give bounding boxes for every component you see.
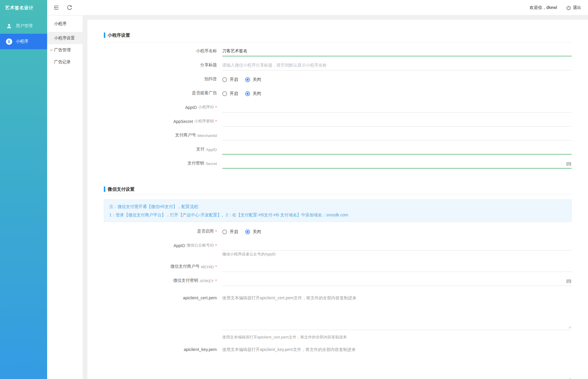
- field-label: 微信支付商户号: [170, 264, 200, 269]
- wx-appid-helper: 微信小程序或者公众号的AppID: [104, 251, 572, 258]
- apiclient-cert-textarea[interactable]: [222, 291, 572, 330]
- sidebar-item-miniprogram[interactable]: S 小程序: [0, 34, 47, 49]
- sidebar-item-user-management[interactable]: 用户管理: [0, 18, 47, 34]
- primary-sidebar: 艺术签名设计 用户管理 S 小程序: [0, 0, 47, 379]
- radio-circle-icon: [245, 91, 250, 96]
- wx-appid-input[interactable]: [222, 243, 572, 251]
- logout-button[interactable]: 退出: [566, 5, 581, 10]
- secondary-sidebar: 小程序 小程序设置 广告管理 广告记录: [47, 16, 83, 379]
- appsecret-input[interactable]: [222, 119, 572, 127]
- radio-enabled-on[interactable]: 开启: [222, 229, 238, 235]
- form-row-apiclient-cert: apiclient_cert.pem: [104, 291, 572, 331]
- form-row-mchid: 微信支付商户号 MCHID *: [104, 258, 572, 272]
- refresh-icon[interactable]: [66, 4, 73, 11]
- field-label: 支付密钥: [187, 161, 204, 166]
- radio-circle-icon: [222, 229, 227, 234]
- field-label: 支付商户号: [175, 133, 196, 138]
- radio-circle-icon: [245, 229, 250, 234]
- field-label: 小程序名称: [196, 48, 217, 54]
- form-row-appsecret: AppSecret 小程序密钥 *: [104, 113, 572, 127]
- radio-circle-icon: [222, 91, 227, 96]
- user-icon: [6, 23, 12, 29]
- field-sublabel: 小程序ID: [198, 104, 214, 110]
- field-sublabel: MCHID: [201, 265, 214, 269]
- submenu-item-ad-management[interactable]: 广告管理: [47, 44, 83, 56]
- form-row-apikey: 微信支付密钥 APIKEY *: [104, 272, 572, 286]
- field-label: 是否观看广告: [192, 90, 217, 96]
- settings-card: 小程序设置 小程序名称 分享标题: [87, 20, 588, 379]
- radio-douyin-off[interactable]: 关闭: [245, 77, 261, 82]
- form-row-douyin: 拍抖音 开启 关闭: [104, 70, 572, 84]
- field-label: apiclient_key.pem: [184, 347, 217, 379]
- form-row-share-title: 分享标题: [104, 56, 572, 70]
- form-row-pay-appid: 支付 AppID: [104, 141, 572, 155]
- field-sublabel: MerchantId: [197, 133, 217, 138]
- apiclient-key-textarea[interactable]: [222, 340, 572, 379]
- form-row-watch-ad: 是否观看广告 开启 关闭: [104, 84, 572, 98]
- section-header-wechat-pay-settings: 微信支付设置: [104, 187, 572, 192]
- pay-appid-input[interactable]: [222, 147, 572, 155]
- section-accent-bar: [104, 33, 105, 38]
- radio-watch-ad-on[interactable]: 开启: [222, 91, 238, 96]
- note-line-2: 1：登录【微信支付商户平台】，打开【产品中心-开发配置】。2：在【支付配置-H5…: [109, 212, 566, 217]
- form-row-enabled: 是否启用 * 开启 关闭: [104, 223, 572, 237]
- logout-label: 退出: [573, 5, 581, 10]
- radio-circle-icon: [222, 77, 227, 82]
- submenu-header-miniprogram[interactable]: 小程序: [47, 16, 83, 32]
- field-sublabel: AppID: [206, 147, 217, 152]
- welcome-text: 欢迎你，dkewl: [530, 5, 557, 10]
- merchant-id-input[interactable]: [222, 133, 572, 141]
- power-icon: [566, 5, 571, 10]
- field-sublabel: Secret: [206, 161, 217, 166]
- field-label: 微信支付密钥: [173, 278, 198, 283]
- field-label: 拍抖音: [204, 76, 217, 82]
- apiclient-cert-helper: 使用文本编辑器打开apiclient_cert.pem文件，将文件的全部内容复制…: [104, 331, 572, 340]
- section-divider: [104, 194, 572, 194]
- resize-grip-icon[interactable]: [567, 376, 571, 379]
- form-row-miniprogram-name: 小程序名称: [104, 42, 572, 56]
- field-label: AppID: [174, 243, 185, 248]
- radio-douyin-on[interactable]: 开启: [222, 77, 238, 82]
- field-sublabel: 小程序密钥: [195, 118, 214, 124]
- field-label: apiclient_cert.pem: [183, 295, 217, 331]
- resize-grip-icon[interactable]: [567, 325, 571, 329]
- miniprogram-name-input[interactable]: [222, 49, 572, 56]
- app-title: 艺术签名设计: [0, 0, 47, 16]
- share-title-input[interactable]: [222, 63, 572, 70]
- submenu-item-ad-records[interactable]: 广告记录: [47, 56, 83, 68]
- radio-enabled-off[interactable]: 关闭: [245, 229, 261, 235]
- keyboard-icon[interactable]: [566, 279, 571, 283]
- form-row-pay-secret: 支付密钥 Secret: [104, 155, 572, 169]
- keyboard-icon[interactable]: [566, 162, 571, 166]
- wechat-pay-note: 注：微信支付需开通【微信H5支付】，配置流程: 1：登录【微信支付商户平台】，打…: [104, 199, 572, 222]
- note-line-1: 注：微信支付需开通【微信H5支付】，配置流程:: [109, 204, 566, 209]
- field-label: 支付: [196, 147, 205, 152]
- form-row-merchant-id: 支付商户号 MerchantId: [104, 127, 572, 141]
- mchid-input[interactable]: [222, 264, 572, 272]
- apikey-input[interactable]: [222, 278, 572, 286]
- field-label: 分享标题: [200, 62, 217, 68]
- chevron-down-icon: [50, 49, 53, 51]
- sidebar-item-label: 小程序: [16, 39, 28, 44]
- top-bar: 欢迎你，dkewl 退出: [47, 0, 588, 16]
- main-content: 小程序设置 小程序名称 分享标题: [83, 16, 588, 379]
- collapse-menu-icon[interactable]: [53, 4, 59, 11]
- section-title: 小程序设置: [108, 33, 130, 38]
- field-sublabel: APIKEY: [200, 279, 214, 283]
- submenu-item-miniprogram-settings[interactable]: 小程序设置: [47, 32, 83, 44]
- sidebar-item-label: 用户管理: [16, 23, 33, 29]
- appid-input[interactable]: [222, 105, 572, 113]
- field-label: 是否启用: [197, 229, 214, 234]
- section-accent-bar: [104, 187, 105, 192]
- radio-watch-ad-off[interactable]: 关闭: [245, 91, 261, 96]
- form-row-apiclient-key: apiclient_key.pem: [104, 340, 572, 379]
- field-label: AppID: [185, 105, 197, 110]
- field-label: AppSecret: [173, 119, 193, 124]
- radio-circle-icon: [245, 77, 250, 82]
- form-row-wx-appid: AppID 微信公众账号ID *: [104, 237, 572, 251]
- section-header-miniprogram-settings: 小程序设置: [104, 33, 572, 38]
- field-sublabel: 微信公众账号ID: [187, 243, 214, 248]
- pay-secret-input[interactable]: [222, 161, 572, 169]
- form-row-appid: AppID 小程序ID *: [104, 98, 572, 113]
- miniprogram-icon: S: [6, 38, 12, 45]
